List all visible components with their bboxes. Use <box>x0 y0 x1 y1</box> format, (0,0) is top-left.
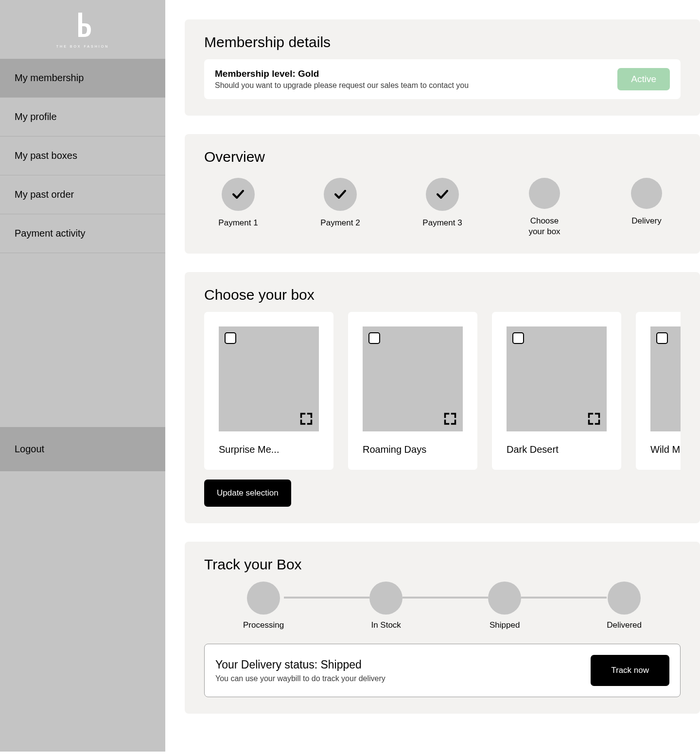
overview-steps: Payment 1 Payment 2 Payment 3 Choos <box>204 178 681 237</box>
overview-step-payment-1: Payment 1 <box>209 178 267 237</box>
box-card: Wild Moc <box>636 312 681 470</box>
overview-step-circle <box>631 178 662 209</box>
sidebar-item-my-past-boxes[interactable]: My past boxes <box>0 137 165 175</box>
track-step-processing: Processing <box>243 582 284 630</box>
fullscreen-icon[interactable] <box>443 412 457 426</box>
overview-step-label: Payment 2 <box>311 218 369 228</box>
track-now-button[interactable]: Track now <box>591 655 669 686</box>
track-connector <box>284 597 369 599</box>
membership-section-title: Membership details <box>204 34 681 51</box>
delivery-status-card: Your Delivery status: Shipped You can us… <box>204 644 681 697</box>
box-name: Surprise Me... <box>219 444 319 455</box>
choose-box-section-title: Choose your box <box>204 287 681 303</box>
overview-step-label: Payment 1 <box>209 218 267 228</box>
track-step-label: In Stock <box>369 620 402 630</box>
box-name: Dark Desert <box>507 444 607 455</box>
sidebar-nav: My membership My profile My past boxes M… <box>0 59 165 253</box>
box-select-checkbox[interactable] <box>225 332 236 344</box>
box-select-checkbox[interactable] <box>512 332 524 344</box>
delivery-status-subtext: You can use your waybill to do track you… <box>215 674 385 683</box>
overview-step-circle <box>426 178 459 211</box>
update-selection-button[interactable]: Update selection <box>204 480 291 507</box>
track-step-in-stock: In Stock <box>369 582 402 630</box>
box-select-checkbox[interactable] <box>656 332 668 344</box>
overview-step-delivery: Delivery <box>617 178 676 237</box>
logout-button[interactable]: Logout <box>0 427 165 471</box>
box-card: Roaming Days <box>348 312 477 470</box>
sidebar-item-my-membership[interactable]: My membership <box>0 59 165 98</box>
overview-panel: Overview Payment 1 Payment 2 <box>185 134 700 254</box>
track-step-circle <box>369 582 402 615</box>
box-name: Roaming Days <box>363 444 463 455</box>
overview-step-circle <box>529 178 560 209</box>
box-card: Dark Desert <box>492 312 621 470</box>
brand-subtitle: THE BOX FASHION <box>0 45 165 48</box>
membership-subtext: Should you want to upgrade please reques… <box>215 81 469 90</box>
sidebar-item-my-profile[interactable]: My profile <box>0 98 165 137</box>
membership-card: Membership level: Gold Should you want t… <box>204 59 681 99</box>
overview-step-circle <box>222 178 255 211</box>
track-connector <box>402 597 488 599</box>
track-panel: Track your Box Processing In Stock Shipp… <box>185 542 700 714</box>
delivery-status-title: Your Delivery status: Shipped <box>215 658 385 671</box>
membership-panel: Membership details Membership level: Gol… <box>185 19 700 116</box>
track-section-title: Track your Box <box>204 556 681 573</box>
check-icon <box>434 186 451 203</box>
box-image <box>363 326 463 431</box>
track-step-circle <box>247 582 280 615</box>
overview-step-payment-2: Payment 2 <box>311 178 369 237</box>
box-select-checkbox[interactable] <box>368 332 380 344</box>
track-step-label: Delivered <box>607 620 642 630</box>
track-step-label: Shipped <box>488 620 521 630</box>
box-image <box>219 326 319 431</box>
track-step-circle <box>488 582 521 615</box>
box-list: Surprise Me... Roaming Days <box>204 312 681 470</box>
fullscreen-icon[interactable] <box>299 412 313 426</box>
track-connector <box>521 597 607 599</box>
main-content: Membership details Membership level: Gol… <box>165 0 700 752</box>
fullscreen-icon[interactable] <box>587 412 601 426</box>
choose-box-panel: Choose your box Surprise Me... <box>185 272 700 523</box>
track-steps: Processing In Stock Shipped Delivered <box>243 582 642 630</box>
logo-icon <box>68 10 98 40</box>
track-step-circle <box>608 582 641 615</box>
sidebar-item-payment-activity[interactable]: Payment activity <box>0 214 165 253</box>
overview-step-payment-3: Payment 3 <box>413 178 472 237</box>
check-icon <box>332 186 349 203</box>
overview-step-label: Payment 3 <box>413 218 472 228</box>
membership-status-badge: Active <box>617 68 670 90</box>
membership-level: Membership level: Gold <box>215 69 469 79</box>
sidebar-item-my-past-order[interactable]: My past order <box>0 175 165 214</box>
overview-step-choose-box: Choose your box <box>515 178 574 237</box>
sidebar: THE BOX FASHION My membership My profile… <box>0 0 165 752</box>
overview-step-circle <box>324 178 357 211</box>
box-image <box>507 326 607 431</box>
box-image <box>650 326 681 431</box>
box-card: Surprise Me... <box>204 312 333 470</box>
overview-step-label: Choose your box <box>515 216 574 237</box>
overview-section-title: Overview <box>204 149 681 165</box>
brand-logo: THE BOX FASHION <box>0 0 165 59</box>
overview-step-label: Delivery <box>617 216 676 226</box>
track-step-delivered: Delivered <box>607 582 642 630</box>
box-name: Wild Moc <box>650 444 681 455</box>
track-step-shipped: Shipped <box>488 582 521 630</box>
check-icon <box>230 186 246 203</box>
track-step-label: Processing <box>243 620 284 630</box>
